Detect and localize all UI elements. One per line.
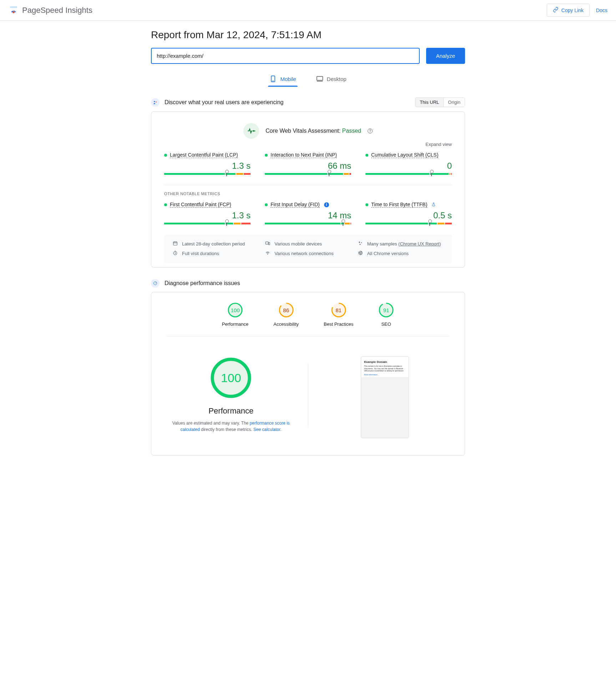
help-icon[interactable]: ? xyxy=(368,128,373,133)
metric-value: 0.5 s xyxy=(365,210,452,220)
metric-bar xyxy=(265,173,351,175)
metric-bar xyxy=(265,223,351,224)
gauge-label: Performance xyxy=(222,321,248,327)
copy-link-label: Copy Link xyxy=(561,7,584,13)
cwv-status: Passed xyxy=(342,128,361,134)
metric-name[interactable]: First Contentful Paint (FCP) xyxy=(170,202,231,208)
svg-rect-14 xyxy=(269,243,270,245)
metric-name[interactable]: Cumulative Layout Shift (CLS) xyxy=(371,152,438,158)
svg-point-8 xyxy=(254,131,255,131)
network-icon xyxy=(265,250,271,257)
preview-more: More information... xyxy=(364,374,406,376)
svg-rect-3 xyxy=(317,76,323,80)
diagnose-title: Diagnose performance issues xyxy=(165,280,240,286)
gauge-performance[interactable]: 100 Performance xyxy=(222,302,248,327)
metric-item: Largest Contentful Paint (LCP) 1.3 s xyxy=(164,152,251,175)
users-icon xyxy=(151,98,160,107)
copy-link-button[interactable]: Copy Link xyxy=(547,4,590,17)
metric-name[interactable]: Largest Contentful Paint (LCP) xyxy=(170,152,238,158)
diagnose-icon xyxy=(151,279,160,288)
scope-toggle: This URL Origin xyxy=(415,97,465,107)
svg-point-15 xyxy=(359,242,360,243)
svg-point-6 xyxy=(156,101,157,102)
info-icon[interactable]: i xyxy=(324,202,329,207)
metric-item: Cumulative Layout Shift (CLS) 0 xyxy=(365,152,452,175)
other-metrics-grid: First Contentful Paint (FCP) 1.3 s First… xyxy=(164,202,452,224)
desktop-tab-label: Desktop xyxy=(327,76,347,82)
analyze-button[interactable]: Analyze xyxy=(426,48,465,64)
vitals-grid: Largest Contentful Paint (LCP) 1.3 s Int… xyxy=(164,152,452,175)
footer-versions: All Chrome versions xyxy=(367,251,409,256)
vitals-footer: Latest 28-day collection period Various … xyxy=(164,234,452,263)
metric-bar xyxy=(164,223,251,224)
discover-header: Discover what your real users are experi… xyxy=(151,97,465,107)
metric-name[interactable]: Time to First Byte (TTFB) xyxy=(371,202,427,208)
metric-value: 14 ms xyxy=(265,210,351,220)
footer-devices: Various mobile devices xyxy=(274,241,322,247)
calculator-link[interactable]: See calculator. xyxy=(253,427,282,432)
chrome-icon xyxy=(358,250,364,257)
toggle-origin[interactable]: Origin xyxy=(444,98,465,107)
url-input[interactable] xyxy=(151,48,420,64)
url-row: Analyze xyxy=(151,48,465,64)
gauge-accessibility[interactable]: 86 Accessibility xyxy=(273,302,299,327)
metric-value: 1.3 s xyxy=(164,210,251,220)
status-dot xyxy=(365,203,368,206)
cwv-title: Core Web Vitals Assessment: Passed xyxy=(266,128,361,134)
gauge-best practices[interactable]: 81 Best Practices xyxy=(324,302,353,327)
header-brand: PageSpeed Insights xyxy=(9,5,92,16)
preview-title: Example Domain xyxy=(364,360,406,364)
main-container: Report from Mar 12, 2024, 7:51:19 AM Ana… xyxy=(137,21,479,464)
svg-point-7 xyxy=(253,131,254,131)
gauge-row: 100 Performance 86 Accessibility 81 Best… xyxy=(167,302,449,336)
metric-item: Interaction to Next Paint (INP) 66 ms xyxy=(265,152,351,175)
gauge-seo[interactable]: 91 SEO xyxy=(378,302,394,327)
vitals-pulse-icon xyxy=(243,123,259,139)
metric-item: First Contentful Paint (FCP) 1.3 s xyxy=(164,202,251,224)
svg-point-5 xyxy=(154,101,155,102)
cwv-header: Core Web Vitals Assessment: Passed ? xyxy=(164,123,452,139)
clock-icon xyxy=(173,250,178,257)
toggle-this-url[interactable]: This URL xyxy=(415,98,444,107)
logo-icon xyxy=(9,5,19,16)
performance-description: Values are estimated and may vary. The p… xyxy=(167,420,295,433)
metric-name[interactable]: First Input Delay (FID) xyxy=(271,202,320,208)
tab-desktop[interactable]: Desktop xyxy=(315,72,348,86)
gauge-label: Best Practices xyxy=(324,321,353,327)
big-gauge-score: 100 xyxy=(209,356,252,399)
samples-icon xyxy=(358,241,364,247)
gauge-label: SEO xyxy=(378,321,394,327)
page-preview: Example Domain This domain is for use in… xyxy=(361,356,409,438)
svg-point-19 xyxy=(268,254,268,254)
crux-link[interactable]: Chrome UX Report xyxy=(400,241,439,247)
big-gauge-label: Performance xyxy=(154,406,308,416)
preview-body xyxy=(361,377,409,438)
metric-value: 0 xyxy=(365,161,452,171)
status-dot xyxy=(265,203,268,206)
flask-icon[interactable] xyxy=(431,202,436,208)
footer-durations: Full visit durations xyxy=(182,251,219,256)
cwv-prefix: Core Web Vitals Assessment: xyxy=(266,128,342,134)
performance-detail: 100 Performance Values are estimated and… xyxy=(154,349,462,445)
expand-view-link[interactable]: Expand view xyxy=(164,142,452,147)
gauge-label: Accessibility xyxy=(273,321,299,327)
metric-bar xyxy=(365,223,452,224)
diagnose-card: 100 Performance 86 Accessibility 81 Best… xyxy=(151,292,465,456)
docs-link[interactable]: Docs xyxy=(596,7,607,13)
svg-point-17 xyxy=(359,244,360,245)
footer-samples: Many samples (Chrome UX Report) xyxy=(367,241,441,247)
vitals-card: Core Web Vitals Assessment: Passed ? Exp… xyxy=(151,111,465,268)
report-title: Report from Mar 12, 2024, 7:51:19 AM xyxy=(151,29,465,41)
link-icon xyxy=(553,7,559,14)
svg-rect-9 xyxy=(173,242,177,245)
other-metrics-label: OTHER NOTABLE METRICS xyxy=(164,192,452,196)
discover-title: Discover what your real users are experi… xyxy=(165,99,283,106)
divider xyxy=(164,185,452,185)
performance-big-gauge: 100 xyxy=(209,356,252,399)
metric-value: 66 ms xyxy=(265,161,351,171)
diagnose-header: Diagnose performance issues xyxy=(151,279,465,288)
metric-bar xyxy=(365,173,452,175)
mobile-icon xyxy=(269,75,277,82)
metric-name[interactable]: Interaction to Next Paint (INP) xyxy=(271,152,337,158)
tab-mobile[interactable]: Mobile xyxy=(268,72,297,86)
